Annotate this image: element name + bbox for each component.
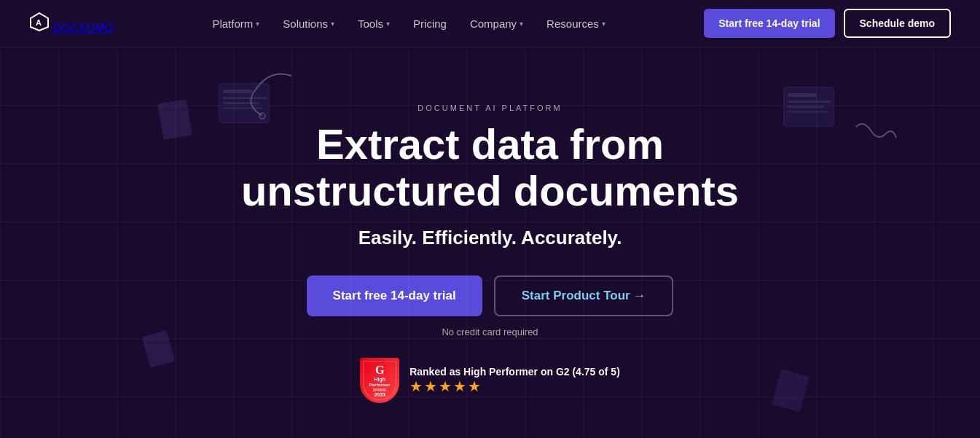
svg-rect-3 bbox=[223, 90, 252, 93]
svg-rect-6 bbox=[223, 107, 263, 109]
nav-item-platform[interactable]: Platform ▾ bbox=[212, 17, 259, 30]
nav-links: Platform ▾ Solutions ▾ Tools ▾ Pricing C… bbox=[212, 17, 605, 30]
g2-ranked-text: Ranked as High Performer on G2 (4.75 of … bbox=[409, 366, 620, 378]
nav-item-tools[interactable]: Tools ▾ bbox=[358, 17, 390, 30]
chevron-down-icon: ▾ bbox=[520, 20, 523, 28]
logo[interactable]: A DOCSUMO bbox=[29, 12, 114, 35]
svg-rect-9 bbox=[788, 106, 824, 108]
nav-item-company[interactable]: Company ▾ bbox=[470, 17, 523, 30]
platform-label: DOCUMENT AI PLATFORM bbox=[418, 103, 562, 112]
hero-title: Extract data from unstructured documents bbox=[241, 121, 739, 214]
decorative-doc-bottom-left bbox=[142, 330, 175, 368]
chevron-down-icon: ▾ bbox=[602, 20, 605, 28]
g2-badge: G High Performer SPRING 2023 Ranked as H… bbox=[360, 358, 620, 403]
g2-stars: ★★★★★ bbox=[409, 378, 620, 395]
decorative-wave-line bbox=[849, 120, 900, 156]
svg-rect-5 bbox=[223, 102, 259, 104]
g2-g-logo: G bbox=[375, 363, 384, 377]
hero-product-tour-button[interactable]: Start Product Tour → bbox=[494, 275, 674, 316]
nav-schedule-demo-button[interactable]: Schedule demo bbox=[844, 9, 951, 38]
decorative-card-right bbox=[783, 87, 834, 127]
nav-start-trial-button[interactable]: Start free 14-day trial bbox=[704, 9, 834, 38]
svg-rect-8 bbox=[788, 101, 831, 103]
chevron-down-icon: ▾ bbox=[331, 20, 334, 28]
decorative-doc-left bbox=[157, 99, 192, 140]
nav-item-solutions[interactable]: Solutions ▾ bbox=[283, 17, 334, 30]
logo-icon: A bbox=[29, 12, 50, 32]
nav-cta-group: Start free 14-day trial Schedule demo bbox=[704, 9, 951, 38]
logo-text: DOCSUMO bbox=[52, 22, 114, 34]
g2-high: High bbox=[374, 377, 385, 383]
hero-section: DOCUMENT AI PLATFORM Extract data from u… bbox=[0, 47, 980, 438]
hero-subtitle: Easily. Efficiently. Accurately. bbox=[358, 227, 622, 249]
nav-item-resources[interactable]: Resources ▾ bbox=[546, 17, 605, 30]
svg-rect-7 bbox=[788, 93, 817, 97]
g2-season: SPRING bbox=[373, 388, 387, 392]
svg-rect-4 bbox=[223, 97, 267, 99]
hero-buttons: Start free 14-day trial Start Product To… bbox=[307, 275, 674, 316]
decorative-card-left bbox=[219, 83, 270, 123]
chevron-down-icon: ▾ bbox=[386, 20, 390, 28]
g2-shield: G High Performer SPRING 2023 bbox=[360, 358, 399, 403]
navbar: A DOCSUMO Platform ▾ Solutions ▾ Tools ▾… bbox=[0, 0, 980, 47]
nav-item-pricing[interactable]: Pricing bbox=[413, 17, 447, 30]
g2-text-block: Ranked as High Performer on G2 (4.75 of … bbox=[409, 366, 620, 395]
g2-year: 2023 bbox=[374, 392, 385, 398]
g2-performer: Performer bbox=[369, 383, 391, 388]
decorative-doc-right bbox=[772, 369, 810, 412]
svg-rect-10 bbox=[788, 111, 828, 113]
hero-start-trial-button[interactable]: Start free 14-day trial bbox=[307, 275, 482, 316]
svg-text:A: A bbox=[36, 18, 42, 27]
no-credit-text: No credit card required bbox=[442, 326, 538, 337]
chevron-down-icon: ▾ bbox=[256, 20, 259, 28]
